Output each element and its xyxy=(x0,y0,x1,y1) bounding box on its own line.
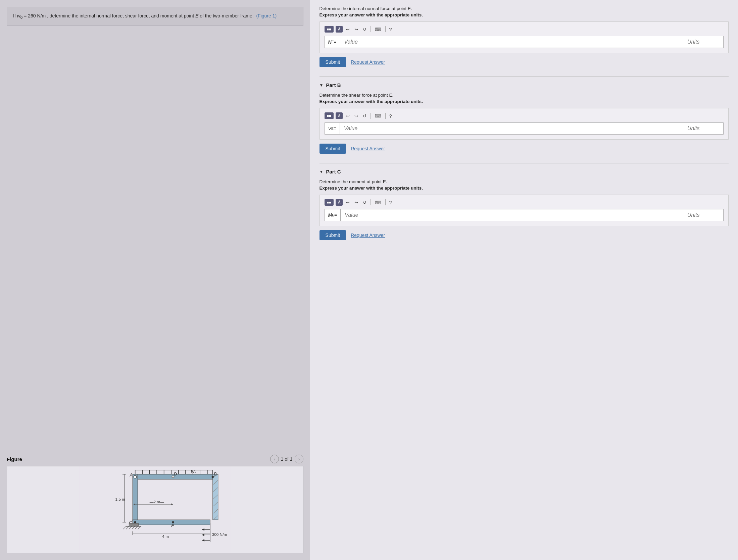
part-b-format-btn-2[interactable]: Å xyxy=(336,112,343,119)
part-c-button-row: Submit Request Answer xyxy=(319,230,729,240)
part-b-toolbar-sep2 xyxy=(385,113,386,119)
svg-text:B: B xyxy=(214,471,217,476)
part-c-toolbar-sep xyxy=(371,199,371,205)
part-c-section: ▼ Part C Determine the moment at point E… xyxy=(319,169,729,240)
divider-bc xyxy=(319,163,729,163)
part-a-format-btn-1[interactable]: ■■ xyxy=(325,26,334,33)
part-a-input-label: NE = xyxy=(325,36,340,48)
part-a-intro: Determine the internal normal force at p… xyxy=(319,6,729,11)
part-a-toolbar: ■■ Å ↩ ↪ ↺ ⌨ ? xyxy=(325,26,724,33)
part-c-input-label: ME = xyxy=(325,209,341,221)
part-a-section: Determine the internal normal force at p… xyxy=(319,6,729,67)
part-b-value-input[interactable] xyxy=(340,123,683,134)
figure-link[interactable]: (Figure 1) xyxy=(256,13,277,18)
part-c-keyboard-icon[interactable]: ⌨ xyxy=(374,199,383,206)
part-a-keyboard-icon[interactable]: ⌨ xyxy=(374,26,383,33)
part-c-toolbar-sep2 xyxy=(385,199,386,205)
part-c-redo-icon[interactable]: ↪ xyxy=(353,199,359,206)
svg-text:w₀: w₀ xyxy=(191,468,197,474)
figure-label-row: Figure ‹ 1 of 1 › xyxy=(7,455,303,463)
svg-point-60 xyxy=(172,476,174,478)
part-b-help-icon[interactable]: ? xyxy=(389,113,392,119)
part-c-format-btn-1[interactable]: ■■ xyxy=(325,199,334,206)
figure-svg: w₀ xyxy=(7,466,303,553)
part-b-keyboard-icon[interactable]: ⌨ xyxy=(374,113,383,119)
part-a-help-icon[interactable]: ? xyxy=(389,27,392,32)
part-c-help-icon[interactable]: ? xyxy=(389,200,392,205)
right-panel: Determine the internal normal force at p… xyxy=(310,0,738,560)
part-b-undo-icon[interactable]: ↩ xyxy=(345,113,351,119)
svg-text:4 m: 4 m xyxy=(162,534,169,539)
prev-page-button[interactable]: ‹ xyxy=(270,455,279,463)
part-a-undo-icon[interactable]: ↩ xyxy=(345,26,351,33)
part-c-header: ▼ Part C xyxy=(319,169,729,174)
figure-canvas: w₀ xyxy=(7,466,303,553)
part-c-intro: Determine the moment at point E. xyxy=(319,179,729,184)
part-a-units-input[interactable] xyxy=(683,36,723,48)
part-a-submit-button[interactable]: Submit xyxy=(319,57,346,67)
part-c-units-input[interactable] xyxy=(683,209,723,221)
part-c-undo-icon[interactable]: ↩ xyxy=(345,199,351,206)
svg-text:1.5 m: 1.5 m xyxy=(115,497,126,502)
part-b-title: Part B xyxy=(326,82,341,88)
part-b-button-row: Submit Request Answer xyxy=(319,144,729,154)
part-c-instruction: Express your answer with the appropriate… xyxy=(319,186,729,191)
part-b-refresh-icon[interactable]: ↺ xyxy=(361,113,368,119)
figure-label: Figure xyxy=(7,456,22,462)
part-c-submit-button[interactable]: Submit xyxy=(319,230,346,240)
part-b-intro: Determine the shear force at point E. xyxy=(319,93,729,98)
page-indicator: 1 of 1 xyxy=(281,456,293,462)
part-b-submit-button[interactable]: Submit xyxy=(319,144,346,154)
part-b-toolbar-sep xyxy=(371,113,371,119)
divider-ab xyxy=(319,77,729,77)
part-c-collapse-icon[interactable]: ▼ xyxy=(319,169,324,174)
part-c-toolbar: ■■ Å ↩ ↪ ↺ ⌨ ? xyxy=(325,199,724,206)
svg-text:D: D xyxy=(174,471,177,476)
part-a-toolbar-sep2 xyxy=(385,26,386,32)
next-page-button[interactable]: › xyxy=(295,455,303,463)
part-b-format-btn-1[interactable]: ■■ xyxy=(325,112,334,119)
part-a-instruction: Express your answer with the appropriate… xyxy=(319,12,729,17)
left-panel: If w0 = 260 N/m , determine the internal… xyxy=(0,0,310,560)
svg-point-32 xyxy=(134,521,136,523)
svg-rect-16 xyxy=(133,474,138,521)
part-a-refresh-icon[interactable]: ↺ xyxy=(361,26,368,33)
svg-point-59 xyxy=(134,475,137,478)
part-a-input-row: NE = xyxy=(325,36,724,48)
problem-statement: If w0 = 260 N/m , determine the internal… xyxy=(7,7,303,26)
part-c-answer-box: ■■ Å ↩ ↪ ↺ ⌨ ? ME = xyxy=(319,195,729,226)
part-b-redo-icon[interactable]: ↪ xyxy=(353,113,359,119)
part-b-input-label: VE = xyxy=(325,123,340,134)
part-c-request-answer-button[interactable]: Request Answer xyxy=(351,233,385,238)
part-a-button-row: Submit Request Answer xyxy=(319,57,729,67)
part-b-request-answer-button[interactable]: Request Answer xyxy=(351,146,385,151)
part-c-title: Part C xyxy=(326,169,341,174)
svg-text:A: A xyxy=(130,472,133,477)
part-b-input-row: VE = xyxy=(325,122,724,135)
figure-area: Figure ‹ 1 of 1 › w₀ xyxy=(7,33,303,553)
part-b-answer-box: ■■ Å ↩ ↪ ↺ ⌨ ? VE = xyxy=(319,108,729,140)
part-a-format-btn-2[interactable]: Å xyxy=(336,26,343,33)
part-b-units-input[interactable] xyxy=(683,123,723,134)
part-b-instruction: Express your answer with the appropriate… xyxy=(319,99,729,104)
part-a-request-answer-button[interactable]: Request Answer xyxy=(351,59,385,65)
svg-text:E: E xyxy=(171,523,174,528)
part-b-header: ▼ Part B xyxy=(319,82,729,88)
svg-text:300 N/m: 300 N/m xyxy=(212,532,227,537)
pagination: ‹ 1 of 1 › xyxy=(270,455,303,463)
svg-rect-46 xyxy=(129,523,138,526)
part-a-toolbar-sep xyxy=(371,26,371,32)
part-c-format-btn-2[interactable]: Å xyxy=(336,199,343,206)
part-a-answer-box: ■■ Å ↩ ↪ ↺ ⌨ ? NE = xyxy=(319,21,729,53)
part-c-input-row: ME = xyxy=(325,209,724,221)
problem-text: If w0 = 260 N/m , determine the internal… xyxy=(13,13,255,18)
part-b-collapse-icon[interactable]: ▼ xyxy=(319,83,324,88)
part-a-redo-icon[interactable]: ↪ xyxy=(353,26,359,33)
part-c-value-input[interactable] xyxy=(340,209,683,221)
part-c-refresh-icon[interactable]: ↺ xyxy=(361,199,368,206)
part-b-toolbar: ■■ Å ↩ ↪ ↺ ⌨ ? xyxy=(325,112,724,119)
part-a-value-input[interactable] xyxy=(340,36,683,48)
svg-text:—2 m—: —2 m— xyxy=(150,500,164,504)
part-b-section: ▼ Part B Determine the shear force at po… xyxy=(319,82,729,154)
